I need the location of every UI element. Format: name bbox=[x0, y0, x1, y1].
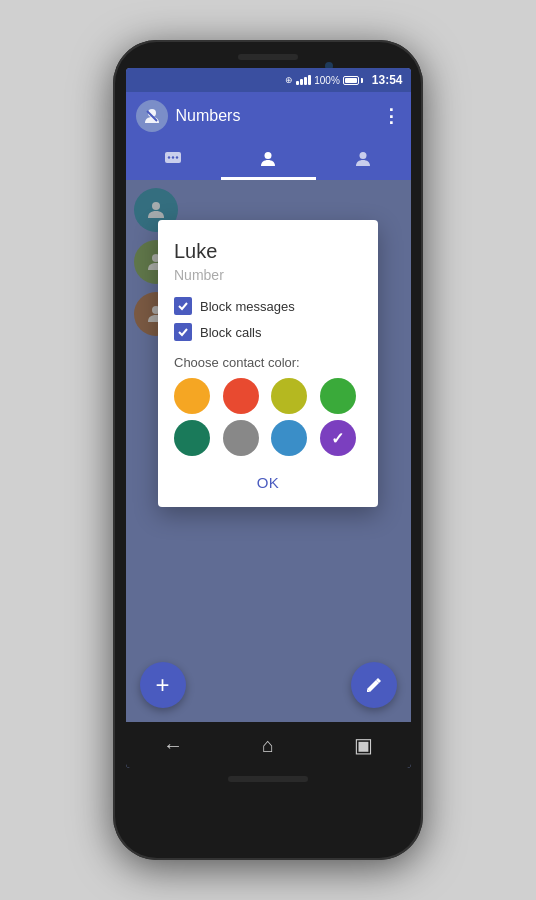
color-option-yellow-green[interactable] bbox=[271, 378, 307, 414]
checkmark-icon bbox=[177, 300, 189, 312]
phone-device: ⊕ 100% 13:54 bbox=[113, 40, 423, 860]
color-option-purple[interactable] bbox=[320, 420, 356, 456]
edit-icon bbox=[364, 675, 384, 695]
svg-point-3 bbox=[168, 156, 170, 158]
recents-button[interactable]: ▣ bbox=[338, 722, 388, 768]
color-option-red[interactable] bbox=[223, 378, 259, 414]
tab-contacts[interactable] bbox=[316, 140, 411, 180]
signal-bar-1 bbox=[296, 81, 299, 85]
block-messages-checkbox[interactable] bbox=[174, 297, 192, 315]
block-calls-checkbox[interactable] bbox=[174, 323, 192, 341]
bottom-nav: ← ⌂ ▣ bbox=[126, 722, 411, 768]
app-bar-title: Numbers bbox=[176, 107, 374, 125]
phone-speaker bbox=[238, 54, 298, 60]
home-icon: ⌂ bbox=[262, 734, 274, 757]
ok-button[interactable]: OK bbox=[174, 464, 362, 495]
phone-screen: ⊕ 100% 13:54 bbox=[126, 68, 411, 768]
svg-point-4 bbox=[172, 156, 174, 158]
home-button[interactable]: ⌂ bbox=[243, 722, 293, 768]
color-option-blue[interactable] bbox=[271, 420, 307, 456]
battery-fill bbox=[345, 78, 358, 83]
back-button[interactable]: ← bbox=[148, 722, 198, 768]
person-tab-icon bbox=[258, 149, 278, 169]
main-content: Luke Number Block messages bbox=[126, 180, 411, 722]
add-button[interactable]: + bbox=[140, 662, 186, 708]
battery-icon bbox=[343, 76, 363, 85]
color-option-green[interactable] bbox=[320, 378, 356, 414]
color-grid bbox=[174, 378, 362, 456]
edit-button[interactable] bbox=[351, 662, 397, 708]
block-calls-label: Block calls bbox=[200, 325, 261, 340]
signal-bar-4 bbox=[308, 75, 311, 85]
more-options-button[interactable]: ⋮ bbox=[382, 105, 401, 127]
contacts-tab-icon bbox=[353, 149, 373, 169]
dialog-overlay: Luke Number Block messages bbox=[126, 180, 411, 722]
vpn-icon: ⊕ bbox=[285, 75, 293, 85]
add-icon: + bbox=[155, 673, 169, 697]
signal-bar-2 bbox=[300, 79, 303, 85]
signal-bar-3 bbox=[304, 77, 307, 85]
checkmark-icon bbox=[177, 326, 189, 338]
battery-percent: 100% bbox=[314, 75, 340, 86]
status-time: 13:54 bbox=[372, 73, 403, 87]
color-option-gray[interactable] bbox=[223, 420, 259, 456]
battery-body bbox=[343, 76, 359, 85]
messages-tab-icon bbox=[163, 149, 183, 169]
block-messages-label: Block messages bbox=[200, 299, 295, 314]
tab-numbers[interactable] bbox=[221, 140, 316, 180]
back-icon: ← bbox=[163, 734, 183, 757]
block-calls-row[interactable]: Block calls bbox=[174, 323, 362, 341]
phone-home-button bbox=[228, 776, 308, 782]
person-blocked-icon bbox=[143, 107, 161, 125]
recents-icon: ▣ bbox=[354, 733, 373, 757]
dialog-title: Luke bbox=[174, 240, 362, 263]
contact-dialog: Luke Number Block messages bbox=[158, 220, 378, 507]
tab-messages[interactable] bbox=[126, 140, 221, 180]
svg-point-5 bbox=[176, 156, 178, 158]
signal-bars bbox=[296, 75, 311, 85]
color-option-orange[interactable] bbox=[174, 378, 210, 414]
app-icon bbox=[136, 100, 168, 132]
block-messages-row[interactable]: Block messages bbox=[174, 297, 362, 315]
color-option-teal[interactable] bbox=[174, 420, 210, 456]
dialog-subtitle: Number bbox=[174, 267, 362, 283]
status-icons: ⊕ 100% 13:54 bbox=[285, 73, 402, 87]
app-bar: Numbers ⋮ bbox=[126, 92, 411, 140]
status-bar: ⊕ 100% 13:54 bbox=[126, 68, 411, 92]
battery-tip bbox=[361, 78, 363, 83]
color-label: Choose contact color: bbox=[174, 355, 362, 370]
tab-bar bbox=[126, 140, 411, 180]
svg-point-7 bbox=[360, 152, 367, 159]
svg-point-6 bbox=[265, 152, 272, 159]
